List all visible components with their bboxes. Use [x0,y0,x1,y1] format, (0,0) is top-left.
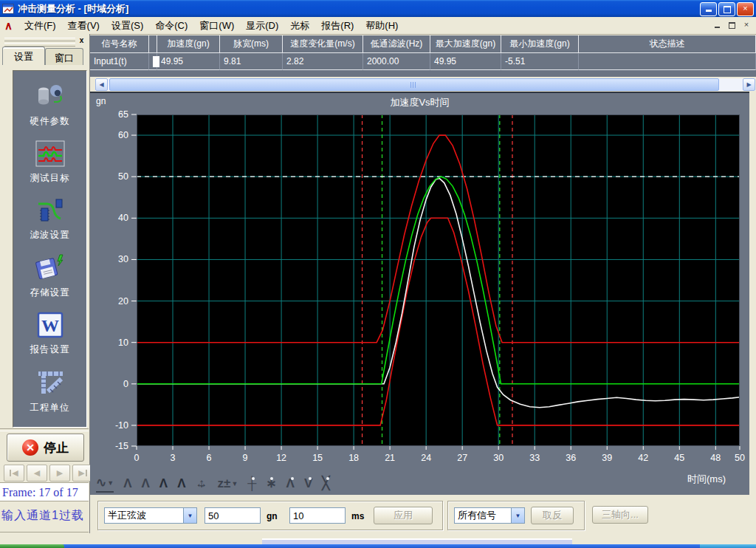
invert-button[interactable]: 取反 [531,507,574,524]
pulse-view-2-icon[interactable]: Λ [142,476,150,492]
svg-text:50: 50 [118,171,128,182]
display-mode-icon[interactable]: ∿▼ [96,475,114,493]
svg-text:40: 40 [118,213,128,223]
signal-select[interactable]: 所有信号 ▼ [454,507,525,524]
plot-area[interactable]: 656050403020100-10-150369121518212427303… [137,114,740,446]
cursor-star-icon[interactable]: ∗ [266,476,276,492]
control-bar: 半正弦波 ▼ gn ms 应用 所有信号 ▼ 取反 三轴向... [90,496,756,533]
mdi-close-button[interactable]: × [740,20,752,30]
restore-button[interactable] [718,2,735,16]
sidebar-item-0[interactable]: 硬件参数 [30,83,70,128]
signal-select-value: 所有信号 [455,509,511,522]
table-row[interactable]: Input1(t) 49.95 9.81 2.82 2000.00 49.95 … [90,53,756,70]
cell-low-pass: 2000.00 [363,53,430,70]
cross-marker-icon[interactable]: ╳ [322,476,329,492]
menu-item-0[interactable]: 文件(F) [18,18,62,34]
cell-min-accel: -5.51 [501,53,579,70]
scrollbar-thumb[interactable] [109,78,719,91]
svg-text:24: 24 [421,453,431,463]
signal-table: 信号名称 加速度(gn) 脉宽(ms) 速度变化量(m/s) 低通滤波(Hz) … [90,35,756,77]
application-window: 冲击测量分析 - [时域分析] × ∧ 文件(F)查看(V)设置(S)命令(C)… [0,0,756,548]
frame-counter: Frame: 17 of 17 [0,482,89,501]
svg-text:50: 50 [735,453,745,463]
svg-text:20: 20 [118,296,128,306]
svg-text:30: 30 [118,254,128,264]
svg-text:65: 65 [118,109,128,120]
mdi-minimize-button[interactable] [711,20,723,30]
pulse-view-1-icon[interactable]: Λ [123,476,131,492]
menu-item-6[interactable]: 光标 [284,18,315,34]
col-status: 状态描述 [579,35,756,53]
app-icon [2,4,14,14]
menu-item-4[interactable]: 窗口(W) [193,18,240,34]
overload-status-text: 输入通道1过载 [1,508,84,524]
pan-icon[interactable]: ↔↕ [196,476,208,492]
svg-text:12: 12 [276,453,286,463]
start-button-edge[interactable] [0,544,64,548]
zoom-mode-icon[interactable]: z±▼ [218,476,238,492]
menu-item-3[interactable]: 命令(C) [149,18,193,34]
sidebar: x 设置 窗口 硬件参数测试目标滤波设置存储设置W报告设置工程单位 ✕ 停止 ◀… [0,34,90,544]
sidebar-item-5[interactable]: 工程单位 [30,369,70,414]
waveform-target-icon [35,140,65,170]
svg-text:W: W [41,316,59,335]
mdi-child-icon: ∧ [0,19,18,32]
stop-button[interactable]: ✕ 停止 [7,434,84,462]
menu-item-5[interactable]: 显示(D) [240,18,284,34]
stop-button-label: 停止 [44,439,69,456]
ruler-units-icon [35,369,66,400]
apply-button[interactable]: 应用 [374,507,433,524]
amplitude-unit-label: gn [267,511,278,521]
pulse-width-input[interactable] [289,507,346,524]
pulse-view-4-icon[interactable]: Λ [177,476,185,492]
menu-item-2[interactable]: 设置(S) [106,18,149,34]
scroll-left-icon[interactable]: ◀ [95,78,108,91]
sidebar-panel: 硬件参数测试目标滤波设置存储设置W报告设置工程单位 [13,70,87,428]
cell-status [579,53,756,70]
triaxial-button[interactable]: 三轴向... [592,506,648,524]
chart-horizontal-scrollbar[interactable]: ◀ ▶ [95,78,755,91]
x-axis-label: 时间(ms) [687,473,726,486]
table-header-row: 信号名称 加速度(gn) 脉宽(ms) 速度变化量(m/s) 低通滤波(Hz) … [90,35,756,53]
col-signal-name: 信号名称 [90,35,149,53]
svg-text:60: 60 [118,130,128,140]
pulse-settings-group: 半正弦波 ▼ gn ms 应用 [97,501,443,530]
signal-actions-group: 所有信号 ▼ 取反 [447,501,585,530]
taskbar[interactable] [0,544,756,548]
close-button[interactable]: × [737,2,754,16]
minimize-button[interactable] [700,2,717,16]
sidebar-item-3[interactable]: 存储设置 [30,253,70,299]
mdi-restore-button[interactable] [726,20,738,30]
chart-panel: gn 加速度Vs时间 656050403020100-10-1503691215… [90,92,749,495]
peak-marker-icon[interactable]: Λ [286,476,295,492]
tab-window[interactable]: 窗口 [45,48,83,65]
cell-pulse-width: 9.81 [220,53,283,70]
chevron-down-icon[interactable]: ▼ [511,508,524,523]
sidebar-item-label: 报告设置 [30,343,70,356]
sidebar-item-1[interactable]: 测试目标 [30,140,70,185]
cursor-cross-icon[interactable]: ┼ [247,476,256,492]
prev-frame-button[interactable]: ◀ [27,465,47,482]
first-frame-button[interactable]: ◀ [4,465,24,482]
amplitude-input[interactable] [205,507,261,524]
sidebar-item-4[interactable]: W报告设置 [30,312,70,356]
svg-text:30: 30 [493,453,504,463]
svg-text:45: 45 [674,453,684,463]
next-frame-button[interactable]: ▶ [49,465,70,482]
waveform-select[interactable]: 半正弦波 ▼ [104,507,197,524]
menu-item-7[interactable]: 报告(R) [315,18,360,34]
taskbar-item[interactable] [700,544,756,548]
col-low-pass: 低通滤波(Hz) [363,35,430,53]
sidebar-item-2[interactable]: 滤波设置 [30,197,70,242]
valley-marker-icon[interactable]: V [304,476,312,492]
tab-settings[interactable]: 设置 [2,47,45,65]
sidebar-close-icon[interactable]: x [77,36,86,46]
chevron-down-icon[interactable]: ▼ [183,508,196,523]
scroll-right-icon[interactable]: ▶ [743,78,755,91]
pulse-view-3-icon[interactable]: Λ [159,476,168,492]
save-disk-icon [35,253,66,284]
filter-icon [35,197,65,227]
frame-nav-buttons: ◀◀▶▶ [4,465,93,482]
menu-item-8[interactable]: 帮助(H) [360,18,404,34]
menu-item-1[interactable]: 查看(V) [62,18,106,34]
